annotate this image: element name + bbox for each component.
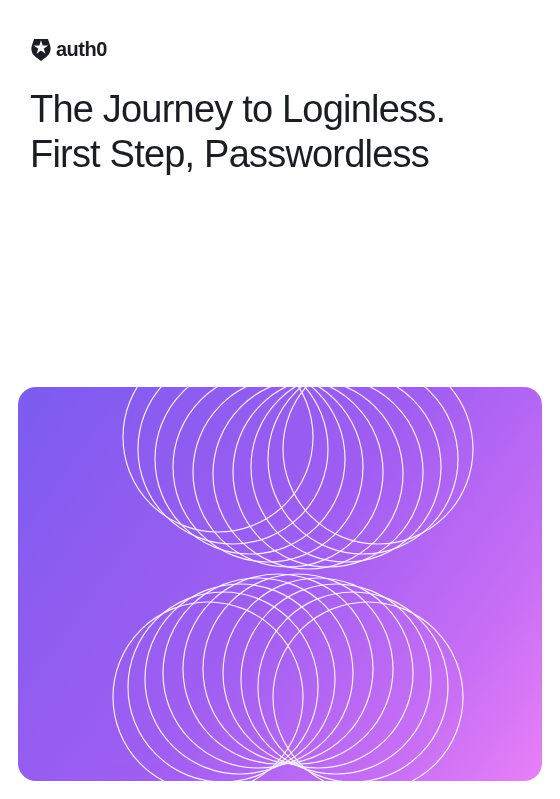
svg-point-12 bbox=[145, 584, 335, 774]
brand-logo: auth0 bbox=[30, 38, 530, 61]
svg-point-5 bbox=[213, 387, 403, 569]
svg-point-13 bbox=[163, 578, 353, 768]
title-line-1: The Journey to Loginless. bbox=[30, 88, 445, 130]
document-title: The Journey to Loginless. First Step, Pa… bbox=[30, 87, 530, 177]
svg-point-2 bbox=[155, 387, 345, 554]
document-header: auth0 The Journey to Loginless. First St… bbox=[0, 0, 560, 177]
svg-point-0 bbox=[123, 387, 313, 532]
title-line-2: First Step, Passwordless bbox=[30, 133, 429, 175]
svg-point-4 bbox=[193, 387, 383, 567]
auth0-shield-icon bbox=[30, 39, 52, 61]
svg-point-18 bbox=[258, 592, 448, 781]
hero-graphic-card bbox=[18, 387, 542, 781]
svg-point-17 bbox=[241, 584, 431, 774]
spiral-circles-graphic bbox=[18, 387, 542, 781]
svg-point-11 bbox=[128, 592, 318, 781]
brand-name: auth0 bbox=[56, 38, 107, 61]
svg-point-16 bbox=[223, 578, 413, 768]
